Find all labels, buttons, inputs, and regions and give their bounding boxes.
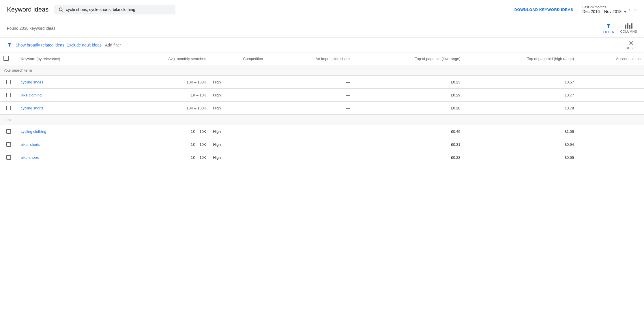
table-row: cycling shoes10K – 100KHigh—£0.23£0.57 (0, 76, 644, 89)
competition-cell: High (210, 102, 267, 115)
search-input-value: cycle shoes, cycle shorts, bike clothing (66, 7, 135, 12)
row-checkbox[interactable] (6, 142, 11, 147)
row-checkbox[interactable] (6, 80, 11, 84)
section-row-idea: Idea (0, 115, 644, 125)
add-filter-text[interactable]: Add filter (105, 43, 121, 47)
toolbar: Found 2038 keyword ideas FILTER COLUMNS (0, 19, 644, 38)
account-status-cell (577, 138, 644, 151)
row-checkbox-cell[interactable] (0, 76, 17, 89)
date-range-container: Last 24 months Dec 2016 – Nov 2018 ‹ › (583, 5, 637, 14)
columns-button[interactable]: COLUMNS (620, 23, 637, 33)
filter-bar: Show broadly related ideas; Exclude adul… (0, 38, 644, 53)
row-checkbox-cell[interactable] (0, 138, 17, 151)
reset-button[interactable]: RESET (626, 40, 637, 50)
competition-cell: High (210, 138, 267, 151)
toolbar-right: FILTER COLUMNS (603, 23, 637, 34)
ad-impression-cell: — (267, 151, 353, 164)
download-keyword-ideas-link[interactable]: DOWNLOAD KEYWORD IDEAS (514, 8, 573, 12)
date-sublabel: Last 24 months (583, 5, 606, 9)
keywords-table: Keyword (by relevance) Avg. monthly sear… (0, 53, 644, 164)
competition-cell: High (210, 76, 267, 89)
col-top-bid-low: Top of page bid (low range) (353, 53, 464, 65)
svg-point-0 (59, 8, 62, 11)
top-bid-high-cell: £0.77 (464, 89, 577, 102)
ad-impression-cell: — (267, 138, 353, 151)
competition-cell: High (210, 125, 267, 138)
search-bar[interactable]: cycle shoes, cycle shorts, bike clothing (54, 5, 175, 14)
account-status-cell (577, 125, 644, 138)
search-icon (58, 7, 63, 12)
header: Keyword ideas cycle shoes, cycle shorts,… (0, 0, 644, 19)
table-row: cycling shorts10K – 100KHigh—£0.28£0.78 (0, 102, 644, 115)
top-bid-high-cell: £0.57 (464, 76, 577, 89)
col-account-status: Account status (577, 53, 644, 65)
filter-active-text[interactable]: Show broadly related ideas; Exclude adul… (16, 43, 102, 47)
date-range-value: Dec 2016 – Nov 2018 (583, 9, 621, 14)
dropdown-arrow-icon[interactable] (623, 9, 627, 14)
row-checkbox-cell[interactable] (0, 125, 17, 138)
prev-date-button[interactable]: ‹ (628, 6, 632, 13)
section-row-search: Your search term (0, 65, 644, 76)
keyword-cell[interactable]: cycling shorts (17, 102, 115, 115)
top-bid-high-cell: £0.78 (464, 102, 577, 115)
row-checkbox[interactable] (6, 155, 11, 160)
row-checkbox[interactable] (6, 106, 11, 110)
svg-line-1 (62, 10, 63, 12)
keyword-cell[interactable]: cycling clothing (17, 125, 115, 138)
table-row: biker shorts1K – 10KHigh—£0.31£0.94 (0, 138, 644, 151)
avg-monthly-cell: 1K – 10K (115, 125, 210, 138)
columns-icon (625, 23, 632, 29)
page-title: Keyword ideas (7, 6, 48, 13)
ad-impression-cell: — (267, 102, 353, 115)
account-status-cell (577, 76, 644, 89)
col-top-bid-high: Top of page bid (high range) (464, 53, 577, 65)
top-bid-high-cell: £0.55 (464, 151, 577, 164)
avg-monthly-cell: 1K – 10K (115, 89, 210, 102)
ad-impression-cell: — (267, 89, 353, 102)
select-all-header[interactable] (0, 53, 17, 65)
keyword-cell[interactable]: biker shorts (17, 138, 115, 151)
top-bid-low-cell: £0.23 (353, 76, 464, 89)
next-date-button[interactable]: › (633, 6, 637, 13)
avg-monthly-cell: 10K – 100K (115, 102, 210, 115)
filter-label: FILTER (603, 30, 614, 34)
date-range: Dec 2016 – Nov 2018 (583, 9, 627, 14)
row-checkbox-cell[interactable] (0, 102, 17, 115)
columns-label: COLUMNS (620, 30, 637, 33)
top-bid-low-cell: £0.29 (353, 89, 464, 102)
ad-impression-cell: — (267, 125, 353, 138)
top-bid-high-cell: £0.94 (464, 138, 577, 151)
keyword-cell[interactable]: bike clothing (17, 89, 115, 102)
col-keyword: Keyword (by relevance) (17, 53, 115, 65)
col-ad-impression: Ad impression share (267, 53, 353, 65)
top-bid-high-cell: £1.06 (464, 125, 577, 138)
competition-cell: High (210, 89, 267, 102)
row-checkbox-cell[interactable] (0, 89, 17, 102)
keyword-cell[interactable]: cycling shoes (17, 76, 115, 89)
row-checkbox[interactable] (6, 93, 11, 97)
top-bid-low-cell: £0.49 (353, 125, 464, 138)
col-competition: Competition (210, 53, 267, 65)
top-bid-low-cell: £0.23 (353, 151, 464, 164)
found-keywords-text: Found 2038 keyword ideas (7, 26, 55, 31)
filter-bar-funnel-icon (7, 42, 12, 48)
competition-cell: High (210, 151, 267, 164)
filter-button[interactable]: FILTER (603, 23, 614, 34)
top-bid-low-cell: £0.31 (353, 138, 464, 151)
table-row: bike clothing1K – 10KHigh—£0.29£0.77 (0, 89, 644, 102)
top-bid-low-cell: £0.28 (353, 102, 464, 115)
close-icon (629, 40, 634, 46)
header-right: DOWNLOAD KEYWORD IDEAS Last 24 months De… (514, 5, 637, 14)
row-checkbox[interactable] (6, 129, 11, 134)
filter-bar-left: Show broadly related ideas; Exclude adul… (7, 42, 121, 48)
filter-icon (605, 23, 612, 29)
table-row: cycling clothing1K – 10KHigh—£0.49£1.06 (0, 125, 644, 138)
row-checkbox-cell[interactable] (0, 151, 17, 164)
select-all-checkbox[interactable] (3, 56, 9, 61)
col-avg-monthly: Avg. monthly searches (115, 53, 210, 65)
keyword-cell[interactable]: bike shoes (17, 151, 115, 164)
avg-monthly-cell: 1K – 10K (115, 151, 210, 164)
account-status-cell (577, 89, 644, 102)
account-status-cell (577, 151, 644, 164)
ad-impression-cell: — (267, 76, 353, 89)
